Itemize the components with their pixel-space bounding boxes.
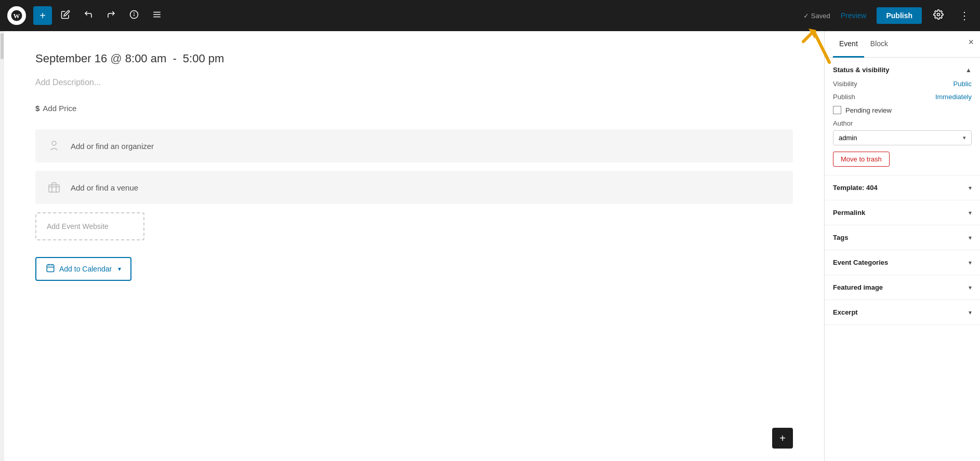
move-to-trash-button[interactable]: Move to trash — [833, 152, 890, 167]
publish-row-label: Publish — [833, 93, 855, 101]
undo-icon — [84, 10, 93, 22]
visibility-label: Visibility — [833, 80, 857, 88]
add-description-field[interactable]: Add Description... — [35, 78, 793, 87]
venue-icon — [46, 179, 62, 196]
author-select[interactable]: admin ▾ — [833, 130, 972, 145]
wp-logo: W — [6, 5, 27, 26]
more-options-button[interactable]: ⋮ — [955, 6, 974, 25]
featured-image-chevron: ▾ — [969, 284, 972, 291]
add-price-label: Add Price — [43, 104, 76, 113]
plus-icon: + — [39, 10, 46, 22]
add-price-field[interactable]: $ Add Price — [35, 104, 793, 113]
event-time-dash: - — [173, 52, 176, 65]
details-button[interactable] — [125, 6, 143, 25]
organizer-label: Add or find an organizer — [71, 142, 154, 151]
tags-section[interactable]: Tags ▾ — [825, 225, 980, 250]
event-datetime: September 16 @ 8:00 am - 5:00 pm — [35, 52, 793, 65]
add-block-icon: + — [779, 432, 786, 444]
sidebar-tabs: Event Block — [825, 31, 980, 58]
event-end-time: 5:00 pm — [183, 52, 224, 65]
info-icon — [129, 10, 139, 22]
redo-icon — [107, 10, 116, 22]
status-visibility-content: Visibility Public Publish Immediately Pe… — [833, 74, 972, 167]
tags-title: Tags — [833, 234, 848, 241]
check-icon: ✓ — [803, 12, 809, 20]
event-categories-section[interactable]: Event Categories ▾ — [825, 250, 980, 275]
pending-review-row: Pending review — [833, 106, 972, 114]
event-at: @ — [110, 52, 125, 65]
pending-review-label: Pending review — [845, 106, 892, 114]
permalink-chevron: ▾ — [969, 209, 972, 216]
calendar-dropdown-chevron: ▾ — [118, 265, 121, 273]
wp-logo-mark: W — [7, 6, 26, 25]
tools-button[interactable] — [56, 6, 75, 25]
author-label: Author — [833, 119, 972, 127]
svg-point-10 — [52, 141, 56, 145]
publish-button[interactable]: Publish — [877, 7, 922, 24]
svg-rect-11 — [49, 185, 59, 192]
template-section[interactable]: Template: 404 ▾ — [825, 175, 980, 200]
list-view-button[interactable] — [148, 6, 166, 25]
saved-text: Saved — [811, 12, 830, 20]
list-icon — [152, 10, 162, 22]
redo-button[interactable] — [102, 6, 121, 25]
visibility-value[interactable]: Public — [953, 80, 972, 88]
gear-icon — [933, 9, 944, 22]
tab-block[interactable]: Block — [864, 31, 894, 58]
event-website-label: Add Event Website — [47, 222, 109, 230]
status-visibility-title: Status & visibility — [833, 66, 889, 74]
template-title: Template: 404 — [833, 184, 878, 192]
author-dropdown-chevron: ▾ — [963, 134, 966, 141]
toolbar: W + — [0, 0, 980, 31]
saved-indicator: ✓ Saved — [803, 12, 830, 20]
publish-row-value[interactable]: Immediately — [935, 93, 972, 101]
permalink-section[interactable]: Permalink ▾ — [825, 200, 980, 225]
template-chevron: ▾ — [969, 184, 972, 192]
main-layout: September 16 @ 8:00 am - 5:00 pm Add Des… — [0, 31, 980, 461]
dollar-icon: $ — [35, 104, 39, 113]
tab-event[interactable]: Event — [833, 31, 864, 58]
settings-button[interactable] — [928, 5, 949, 26]
venue-label: Add or find a venue — [71, 183, 138, 192]
visibility-row: Visibility Public — [833, 80, 972, 88]
featured-image-title: Featured image — [833, 283, 883, 291]
status-visibility-chevron: ▲ — [965, 66, 972, 74]
scroll-track[interactable] — [0, 31, 4, 461]
add-block-toolbar-button[interactable]: + — [33, 6, 52, 25]
svg-point-8 — [937, 13, 940, 16]
pending-review-checkbox[interactable] — [833, 106, 841, 114]
event-date: September 16 — [35, 52, 107, 65]
organizer-icon — [46, 138, 62, 154]
add-venue-field[interactable]: Add or find a venue — [35, 171, 793, 204]
ellipsis-icon: ⋮ — [959, 9, 970, 22]
add-block-editor-button[interactable]: + — [772, 428, 793, 449]
add-to-calendar-label: Add to Calendar — [59, 265, 112, 273]
author-value: admin — [839, 134, 857, 142]
calendar-icon — [46, 263, 55, 275]
status-visibility-header[interactable]: Status & visibility ▲ — [833, 66, 972, 74]
toolbar-right: ✓ Saved Preview Publish ⋮ — [803, 5, 974, 26]
status-visibility-section: Status & visibility ▲ Visibility Public … — [825, 58, 980, 175]
pencil-icon — [61, 10, 70, 22]
featured-image-section[interactable]: Featured image ▾ — [825, 275, 980, 300]
publish-row: Publish Immediately — [833, 93, 972, 101]
editor-area: September 16 @ 8:00 am - 5:00 pm Add Des… — [4, 31, 824, 461]
event-website-field[interactable]: Add Event Website — [35, 212, 144, 240]
svg-text:W: W — [14, 12, 20, 20]
sidebar-close-button[interactable]: × — [968, 37, 974, 47]
event-categories-title: Event Categories — [833, 259, 888, 266]
event-categories-chevron: ▾ — [969, 259, 972, 266]
add-organizer-field[interactable]: Add or find an organizer — [35, 129, 793, 162]
preview-button[interactable]: Preview — [837, 8, 871, 23]
undo-button[interactable] — [79, 6, 98, 25]
scroll-thumb[interactable] — [1, 33, 4, 59]
excerpt-title: Excerpt — [833, 308, 858, 316]
add-to-calendar-button[interactable]: Add to Calendar ▾ — [35, 257, 131, 281]
permalink-title: Permalink — [833, 209, 865, 216]
sidebar-panel: × Event Block Status & visibility ▲ Visi… — [824, 31, 980, 461]
event-start-time: 8:00 am — [125, 52, 167, 65]
tags-chevron: ▾ — [969, 234, 972, 241]
svg-rect-13 — [47, 265, 54, 272]
excerpt-section[interactable]: Excerpt ▾ — [825, 300, 980, 325]
excerpt-chevron: ▾ — [969, 309, 972, 316]
